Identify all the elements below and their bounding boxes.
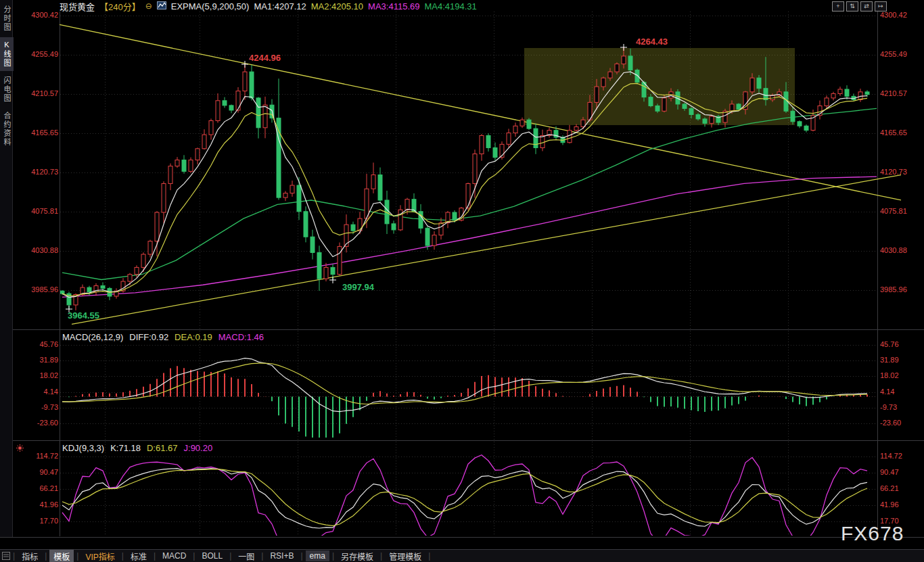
toolbar-separator: | [332,551,334,561]
price-axis-label-right: 4075.81 [880,207,922,215]
toolbar-item-指标[interactable]: 指标 [18,550,42,562]
macd-axis-label-left: 18.02 [14,371,58,379]
macd-axis-label-right: -23.60 [880,419,922,427]
trading-app-window: 4244.964264.433964.553997.94 分时图K线图闪电图合约… [0,0,924,562]
price-axis-label-left: 3985.96 [14,285,58,294]
scale-y-icon[interactable]: ⇅ [846,1,858,11]
toolbar-item-vip指标[interactable]: VIP指标 [81,550,118,562]
macd-axis-label-left: 31.89 [14,356,58,364]
scale-x-icon[interactable]: ⇄ [860,1,873,11]
period-label: 【240分】 [99,0,141,13]
chart-type-sidebar: 分时图K线图闪电图合约资料 [0,0,13,537]
toolbar-item-管理模板[interactable]: 管理模板 [385,550,425,562]
macd-macd-value: MACD:1.46 [218,332,264,342]
bottom-toolbar: |指标|模板|VIP指标|标准|MACD|BOLL|一图|RSI+B|ema|另… [0,549,924,562]
toolbar-separator: | [122,551,124,561]
toolbar-separator: | [300,551,302,561]
toolbar-item-标准[interactable]: 标准 [126,550,151,562]
svg-text:3997.94: 3997.94 [342,282,375,292]
toolbar-separator: | [45,551,47,561]
toolbar-separator: | [428,551,430,561]
price-axis-label-right: 4255.49 [880,50,922,58]
price-axis-label-left: 4255.49 [14,50,58,58]
toolbar-separator: | [13,551,15,561]
price-axis-label-left: 4075.81 [14,207,58,215]
chart-canvas[interactable]: 4244.964264.433964.553997.94 [0,0,924,562]
ma2-value: MA2:4205.10 [311,1,363,11]
svg-text:4264.43: 4264.43 [636,37,668,47]
kdj-axis-label-left: 90.47 [14,468,58,476]
macd-axis-label-right: 45.76 [880,340,922,348]
toolbar-separator: | [154,551,156,561]
expma-label: EXPMA(5,9,200,50) [171,1,250,11]
sidebar-item-tab[interactable]: 闪电图 [0,73,14,106]
price-axis-label-left: 4120.73 [14,168,58,176]
price-axis-label-left: 4210.57 [14,89,58,97]
toolbar-item-rsi-b[interactable]: RSI+B [266,551,298,561]
kdj-axis-label-right: 66.21 [880,484,922,492]
pan-right-icon[interactable]: ↦ [875,1,887,11]
macd-panel-header: MACD(26,12,9) DIFF:0.92 DEA:0.19 MACD:1.… [62,332,264,342]
macd-axis-label-right: 18.02 [880,371,922,379]
kdj-axis-label-right: 41.96 [880,500,922,509]
kdj-d-value: D:61.67 [147,443,178,453]
ma1-value: MA1:4207.12 [254,1,306,11]
kdj-settings-icon[interactable] [16,442,24,454]
macd-diff-value: DIFF:0.92 [129,332,168,342]
price-axis-label-right: 4120.73 [880,168,922,176]
macd-axis-label-left: 4.14 [14,388,58,396]
ma3-value: MA3:4115.69 [368,1,419,11]
toolbar-separator: | [261,551,263,561]
fx678-watermark: FX678 [841,522,904,545]
toolbar-item-macd[interactable]: MACD [158,551,190,561]
macd-axis-label-left: -23.60 [14,419,58,427]
sidebar-item-active[interactable]: K线图 [0,37,14,71]
kdj-axis-label-left: 17.70 [14,517,58,525]
macd-axis-label-left: -9.73 [14,403,58,411]
macd-dea-value: DEA:0.19 [175,332,212,342]
kline-chart-icon [157,1,166,11]
price-axis-label-left: 4300.42 [14,11,58,19]
price-axis-label-left: 4030.88 [14,246,58,254]
sidebar-item-tab[interactable]: 分时图 [0,2,14,35]
macd-axis-label-right: -9.73 [880,403,922,411]
toolbar-separator: | [229,551,231,561]
kdj-j-value: J:90.20 [184,443,213,453]
collapse-circle-icon[interactable]: ⊖ [145,1,152,11]
chart-header: 现货黄金 【240分】 ⊖ EXPMA(5,9,200,50) MA1:4207… [60,1,477,11]
layers-icon[interactable] [2,552,10,560]
symbol-title: 现货黄金 [60,0,95,13]
toolbar-item-一图[interactable]: 一图 [234,550,258,562]
kdj-axis-label-right: 90.47 [880,468,922,476]
price-axis-label-right: 4300.42 [880,11,922,19]
toolbar-separator: | [193,551,195,561]
macd-axis-label-right: 4.14 [880,388,922,396]
toolbar-separator: | [76,551,78,561]
toolbar-item-boll[interactable]: BOLL [198,551,227,561]
svg-text:3964.55: 3964.55 [68,310,99,321]
price-axis-label-right: 4165.65 [880,128,922,137]
toolbar-separator: | [380,551,382,561]
date-axis [0,537,924,550]
toolbar-item-另存模板[interactable]: 另存模板 [337,550,377,562]
toolbar-item-ema[interactable]: ema [306,551,329,561]
kdj-axis-label-left: 41.96 [14,500,58,509]
kdj-axis-label-left: 66.21 [14,484,58,492]
toolbar-item-模板[interactable]: 模板 [49,550,74,562]
kdj-axis-label-right: 114.72 [880,452,922,460]
ma4-value: MA4:4194.31 [424,1,476,11]
price-axis-label-left: 4165.65 [14,128,58,137]
macd-axis-label-left: 45.76 [14,340,58,348]
kdj-panel-header: KDJ(9,3,3) K:71.18 D:61.67 J:90.20 [62,443,212,453]
macd-title: MACD(26,12,9) [62,332,123,342]
price-axis-label-right: 4210.57 [880,89,922,97]
svg-text:4244.96: 4244.96 [249,53,281,63]
sidebar-item-tab[interactable]: 合约资料 [0,108,14,150]
kdj-title: KDJ(9,3,3) [62,443,104,453]
price-axis-label-right: 3985.96 [880,285,922,294]
chart-tools: +⇅⇄↦ [832,1,887,11]
kdj-k-value: K:71.18 [110,443,141,453]
macd-axis-label-right: 31.89 [880,356,922,364]
crosshair-icon[interactable]: + [832,1,844,11]
price-axis-label-right: 4030.88 [880,246,922,254]
